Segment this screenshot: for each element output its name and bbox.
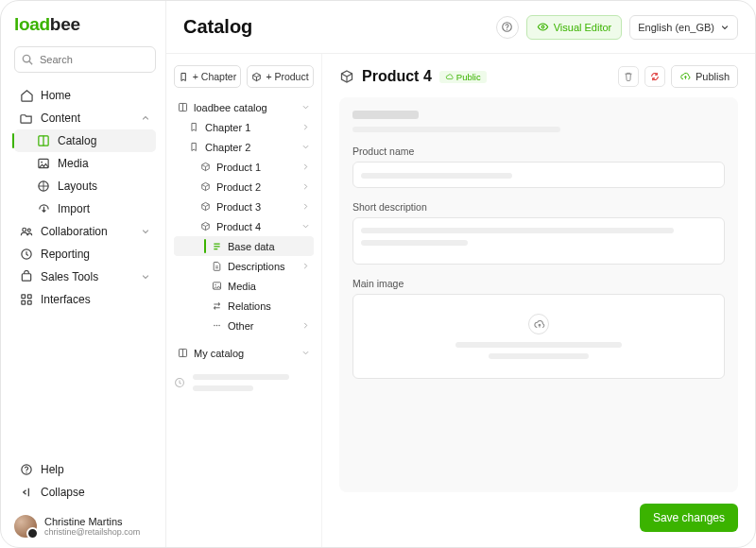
chevron-down-icon: [301, 222, 310, 231]
add-product-button[interactable]: + Product: [247, 65, 314, 88]
button-label: + Chapter: [193, 71, 236, 82]
field-label-short-description: Short description: [352, 201, 725, 213]
visual-editor-button[interactable]: Visual Editor: [526, 15, 623, 40]
cube-icon: [339, 69, 354, 84]
home-icon: [20, 89, 33, 102]
image-icon: [212, 281, 222, 291]
book-icon: [37, 134, 50, 147]
chevron-down-icon: [301, 103, 310, 111]
language-label: English (en_GB): [638, 22, 714, 33]
tree-label: loadbee catalog: [194, 102, 267, 113]
nav-collaboration[interactable]: Collaboration: [14, 220, 156, 243]
search-icon: [21, 53, 34, 66]
editor-panel: Product 4 Public P: [322, 54, 755, 547]
tree-label: My catalog: [194, 348, 244, 359]
chevron-down-icon: [301, 143, 310, 151]
delete-button[interactable]: [618, 66, 639, 87]
collapse-icon: [20, 486, 33, 499]
tree-product1[interactable]: Product 1: [174, 157, 314, 177]
nav-media[interactable]: Media: [14, 152, 156, 175]
tree-label: Chapter 2: [205, 142, 250, 153]
chevron-right-icon: [301, 262, 310, 270]
dots-icon: [212, 320, 222, 331]
nav-collapse[interactable]: Collapse: [14, 481, 156, 504]
nav-home[interactable]: Home: [14, 84, 156, 107]
eye-icon: [537, 21, 549, 33]
upload-icon: [679, 71, 691, 82]
field-label-main-image: Main image: [352, 278, 725, 289]
tree-my-catalog[interactable]: My catalog: [174, 343, 314, 363]
cube-icon: [200, 221, 211, 231]
nav-layouts[interactable]: Layouts: [14, 175, 156, 197]
user-name: Christine Martins: [44, 516, 140, 527]
nav-label: Content: [41, 111, 80, 125]
nav-sales-tools[interactable]: Sales Tools: [14, 265, 156, 288]
refresh-button[interactable]: [644, 66, 665, 87]
help-button[interactable]: [496, 16, 519, 39]
cube-icon: [200, 181, 211, 192]
chevron-down-icon: [301, 349, 310, 357]
chevron-up-icon: [141, 113, 150, 123]
language-selector[interactable]: English (en_GB): [629, 15, 738, 40]
chevron-down-icon: [720, 23, 730, 32]
nav-label: Reporting: [41, 248, 90, 261]
globe-icon: [37, 180, 50, 193]
nav-reporting[interactable]: Reporting: [14, 243, 156, 265]
nav-catalog[interactable]: Catalog: [14, 129, 156, 152]
tree-label: Base data: [228, 241, 275, 252]
tree-chapter2[interactable]: Chapter 2: [174, 137, 314, 157]
nav-help[interactable]: Help: [14, 458, 156, 481]
chevron-right-icon: [301, 182, 310, 191]
tree-root[interactable]: loadbee catalog: [174, 97, 314, 117]
tree-product4[interactable]: Product 4: [174, 216, 314, 236]
nav-content[interactable]: Content: [14, 107, 156, 129]
chevron-right-icon: [301, 202, 310, 211]
topbar: Catalog Visual Editor English (en_GB): [166, 1, 755, 54]
user-email: christine@retailshop.com: [44, 527, 140, 537]
document-icon: [212, 261, 222, 271]
tree-product2[interactable]: Product 2: [174, 177, 314, 197]
tree-panel: + Chapter + Product loadbee catalog: [166, 54, 322, 547]
tree-descriptions[interactable]: Descriptions: [174, 256, 314, 276]
trash-icon: [623, 71, 634, 82]
nav-import[interactable]: Import: [14, 197, 156, 220]
nav-label: Layouts: [58, 180, 97, 193]
product-name-input[interactable]: [352, 162, 725, 188]
import-icon: [37, 202, 50, 215]
tree-relations[interactable]: Relations: [174, 296, 314, 316]
clock-icon: [174, 377, 185, 388]
user-block[interactable]: Christine Martins christine@retailshop.c…: [14, 515, 156, 538]
book-icon: [178, 348, 188, 358]
logo: loadbee: [14, 14, 156, 35]
tree-label: Relations: [228, 300, 271, 312]
cube-icon: [200, 162, 211, 172]
chevron-right-icon: [301, 123, 310, 131]
tree-other[interactable]: Other: [174, 316, 314, 335]
tree-chapter1[interactable]: Chapter 1: [174, 117, 314, 137]
help-icon: [20, 463, 33, 476]
lines-icon: [212, 241, 222, 251]
cloud-icon: [445, 73, 454, 81]
add-chapter-button[interactable]: + Chapter: [174, 65, 241, 88]
short-description-input[interactable]: [352, 217, 725, 265]
refresh-icon: [649, 71, 661, 82]
publish-button[interactable]: Publish: [671, 65, 738, 88]
tree-product3[interactable]: Product 3: [174, 197, 314, 216]
save-changes-button[interactable]: Save changes: [640, 504, 738, 532]
nav-label: Collaboration: [41, 225, 108, 238]
help-icon: [501, 21, 513, 33]
tree-base-data[interactable]: Base data: [174, 236, 314, 256]
bookmark-icon: [189, 142, 199, 152]
nav-interfaces[interactable]: Interfaces: [14, 288, 156, 311]
nav-label: Home: [41, 89, 71, 102]
nav-label: Catalog: [58, 134, 96, 147]
bookmark-icon: [189, 122, 199, 132]
chevron-right-icon: [301, 163, 310, 171]
search-input[interactable]: [14, 46, 156, 73]
tree-media[interactable]: Media: [174, 276, 314, 296]
cube-icon: [200, 201, 211, 212]
tree-label: Media: [228, 281, 256, 292]
tree-label: Other: [228, 320, 254, 332]
main-image-dropzone[interactable]: [352, 294, 725, 379]
sidebar: loadbee Home Content Catalog Media: [1, 1, 166, 547]
